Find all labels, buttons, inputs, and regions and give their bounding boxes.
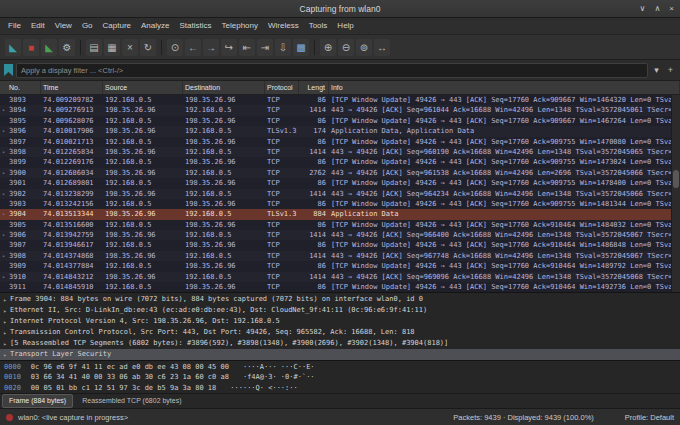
- packet-list-scrollbar[interactable]: [671, 95, 680, 292]
- cell-time: 74.013242156: [41, 199, 103, 209]
- start-capture-icon[interactable]: ◣: [5, 39, 21, 56]
- cell-lengt: 86: [299, 220, 329, 230]
- restart-capture-icon[interactable]: ◣: [41, 39, 57, 56]
- last-packet-icon[interactable]: ⇥: [257, 39, 273, 56]
- packet-row-3909[interactable]: 390974.014377884192.168.0.5198.35.26.96T…: [0, 261, 671, 271]
- packet-row-3905[interactable]: 390574.013516600192.168.0.5198.35.26.96T…: [0, 220, 671, 230]
- column-header-protocol[interactable]: Protocol: [265, 81, 299, 94]
- packet-row-3895[interactable]: 389574.009628076192.168.0.5198.35.26.96T…: [0, 116, 671, 126]
- first-packet-icon[interactable]: ⇤: [239, 39, 255, 56]
- menu-analyze[interactable]: Analyze: [136, 18, 174, 34]
- packet-list-area: 389374.009209782192.168.0.5198.35.26.96T…: [0, 95, 680, 292]
- filter-add-button[interactable]: +: [665, 65, 676, 75]
- cell-no: 3895: [7, 116, 41, 126]
- bytes-tab-reassembled-tcp-6802-bytes[interactable]: Reassembled TCP (6802 bytes): [75, 394, 188, 408]
- hex-line-2[interactable]: 002000 05 01 bb c1 12 51 97 3c de b5 9a …: [4, 383, 680, 393]
- menu-capture[interactable]: Capture: [98, 18, 136, 34]
- packet-row-3901[interactable]: 390174.012689801192.168.0.5198.35.26.96T…: [0, 178, 671, 188]
- packet-row-3902[interactable]: •390274.013238299198.35.26.96192.168.0.5…: [0, 189, 671, 199]
- menu-telephony[interactable]: Telephony: [217, 18, 263, 34]
- expander-icon[interactable]: ▸: [0, 327, 10, 338]
- cell-info: Application Data, Application Data: [329, 126, 671, 136]
- column-header-source[interactable]: Source: [103, 81, 183, 94]
- cell-destination: 198.35.26.96: [183, 282, 265, 292]
- close-button[interactable]: ×: [669, 4, 674, 13]
- maximize-button[interactable]: ∧: [654, 4, 660, 13]
- menu-statistics[interactable]: Statistics: [175, 18, 217, 34]
- cell-no: 3907: [7, 240, 41, 250]
- minimize-button[interactable]: ∨: [640, 4, 646, 13]
- zoom-in-icon[interactable]: ⊕: [320, 39, 336, 56]
- packet-row-3904[interactable]: •390474.013513344198.35.26.96192.168.0.5…: [0, 209, 671, 219]
- menu-help[interactable]: Help: [332, 18, 358, 34]
- menu-tools[interactable]: Tools: [304, 18, 333, 34]
- scrollbar-thumb[interactable]: [673, 170, 679, 188]
- expander-icon[interactable]: ▸: [0, 338, 10, 349]
- detail-line-3[interactable]: ▸Transmission Control Protocol, Src Port…: [0, 327, 680, 338]
- packet-row-3907[interactable]: 390774.013946617192.168.0.5198.35.26.96T…: [0, 240, 671, 250]
- packet-row-3911[interactable]: 391174.014845910192.168.0.5198.35.26.96T…: [0, 282, 671, 292]
- find-packet-icon[interactable]: ⊙: [167, 39, 183, 56]
- column-header-destination[interactable]: Destination: [183, 81, 265, 94]
- expert-info-icon[interactable]: [6, 414, 13, 421]
- detail-line-5[interactable]: ▸Transport Layer Security: [0, 349, 680, 360]
- detail-line-4[interactable]: ▸[5 Reassembled TCP Segments (6802 bytes…: [0, 338, 680, 349]
- cell-time: 74.014377884: [41, 261, 103, 271]
- toolbar-separator: [161, 40, 162, 55]
- column-header-no[interactable]: No.: [7, 81, 41, 94]
- packet-row-3893[interactable]: 389374.009209782192.168.0.5198.35.26.96T…: [0, 95, 671, 105]
- detail-line-1[interactable]: ▸Ethernet II, Src: D-LinkIn_db:ee:43 (ec…: [0, 305, 680, 316]
- display-filter-input[interactable]: [16, 63, 648, 78]
- menu-edit[interactable]: Edit: [26, 18, 50, 34]
- stop-capture-icon[interactable]: ■: [23, 39, 39, 56]
- packet-row-3908[interactable]: •390874.014374868198.35.26.96192.168.0.5…: [0, 251, 671, 261]
- packet-row-3903[interactable]: 390374.013242156192.168.0.5198.35.26.96T…: [0, 199, 671, 209]
- menu-wireless[interactable]: Wireless: [263, 18, 304, 34]
- expander-icon[interactable]: ▸: [0, 349, 10, 360]
- capture-options-icon[interactable]: ⚙: [59, 39, 75, 56]
- go-to-packet-icon[interactable]: ↪: [221, 39, 237, 56]
- column-header-time[interactable]: Time: [41, 81, 103, 94]
- packet-row-3896[interactable]: •389674.010017906198.35.26.96192.168.0.5…: [0, 126, 671, 136]
- byte-view-tabs: Frame (884 bytes)Reassembled TCP (6802 b…: [0, 393, 680, 408]
- bytes-tab-frame-884-bytes[interactable]: Frame (884 bytes): [2, 394, 73, 408]
- packet-row-3906[interactable]: •390674.013942759198.35.26.96192.168.0.5…: [0, 230, 671, 240]
- row-gutter: [0, 137, 7, 147]
- auto-scroll-icon[interactable]: ⇩: [275, 39, 291, 56]
- cell-no: 3911: [7, 282, 41, 292]
- expander-icon[interactable]: ▸: [0, 316, 10, 327]
- column-header-info[interactable]: Info: [329, 81, 680, 94]
- packet-row-3897[interactable]: 389774.010021713192.168.0.5198.35.26.96T…: [0, 137, 671, 147]
- zoom-out-icon[interactable]: ⊖: [338, 39, 354, 56]
- filter-bookmark-icon[interactable]: [4, 64, 13, 76]
- packet-row-3899[interactable]: 389974.012269176192.168.0.5198.35.26.96T…: [0, 157, 671, 167]
- detail-line-0[interactable]: ▸Frame 3904: 884 bytes on wire (7072 bit…: [0, 294, 680, 305]
- save-file-icon[interactable]: ▦: [104, 39, 120, 56]
- packet-row-3898[interactable]: •389874.012265834198.35.26.96192.168.0.5…: [0, 147, 671, 157]
- hex-line-0[interactable]: 00000c 96 e6 9f 41 11 ec ad e0 db ee 43 …: [4, 362, 680, 372]
- menu-view[interactable]: View: [50, 18, 77, 34]
- reload-icon[interactable]: ↻: [140, 39, 156, 56]
- go-forward-icon[interactable]: →: [203, 39, 219, 56]
- expander-icon[interactable]: ▸: [0, 294, 10, 305]
- packet-row-3894[interactable]: •389474.009276913198.35.26.96192.168.0.5…: [0, 105, 671, 115]
- zoom-reset-icon[interactable]: ⊚: [356, 39, 372, 56]
- colorize-icon[interactable]: ▩: [293, 39, 309, 56]
- go-back-icon[interactable]: ←: [185, 39, 201, 56]
- open-file-icon[interactable]: ▤: [86, 39, 102, 56]
- filter-dropdown-icon[interactable]: ▾: [651, 65, 662, 75]
- packet-row-3910[interactable]: •391074.014843212198.35.26.96192.168.0.5…: [0, 272, 671, 282]
- resize-columns-icon[interactable]: ↔: [374, 39, 390, 56]
- cell-time: 74.009209782: [41, 95, 103, 105]
- cell-protocol: TCP: [265, 157, 299, 167]
- profile-selector[interactable]: Profile: Default: [625, 413, 674, 422]
- hex-line-1[interactable]: 001003 66 34 41 40 00 33 06 ab 30 c6 23 …: [4, 372, 680, 382]
- close-file-icon[interactable]: ×: [122, 39, 138, 56]
- packet-row-3900[interactable]: •390074.012686034198.35.26.96192.168.0.5…: [0, 168, 671, 178]
- column-header-lengt[interactable]: Lengt: [299, 81, 329, 94]
- menu-file[interactable]: File: [3, 18, 26, 34]
- cell-destination: 198.35.26.96: [183, 261, 265, 271]
- menu-go[interactable]: Go: [77, 18, 98, 34]
- detail-line-2[interactable]: ▸Internet Protocol Version 4, Src: 198.3…: [0, 316, 680, 327]
- expander-icon[interactable]: ▸: [0, 305, 10, 316]
